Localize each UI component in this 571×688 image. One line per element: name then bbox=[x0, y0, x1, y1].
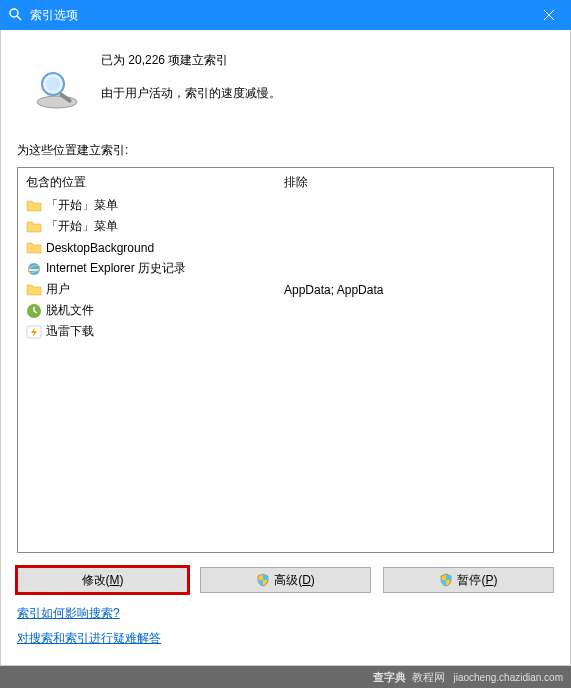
modify-button[interactable]: 修改(M) bbox=[17, 567, 188, 593]
watermark-text: 教程网 bbox=[412, 670, 445, 685]
ie-icon bbox=[26, 261, 42, 277]
list-item[interactable]: Internet Explorer 历史记录 bbox=[18, 258, 553, 279]
watermark-url: jiaocheng.chazidian.com bbox=[453, 672, 563, 683]
list-item[interactable]: 「开始」菜单 bbox=[18, 216, 553, 237]
info-section: 已为 20,226 项建立索引 由于用户活动，索引的速度减慢。 bbox=[17, 46, 554, 118]
locations-label: 为这些位置建立索引: bbox=[17, 142, 554, 159]
column-included: 包含的位置 bbox=[26, 174, 284, 191]
item-name: 脱机文件 bbox=[46, 302, 94, 319]
pause-label: 暂停(P) bbox=[457, 572, 497, 589]
folder-icon bbox=[26, 282, 42, 298]
item-excluded: AppData; AppData bbox=[284, 283, 545, 297]
window-title: 索引选项 bbox=[30, 7, 526, 24]
watermark: 查字典 教程网 jiaocheng.chazidian.com bbox=[0, 666, 571, 688]
thunder-icon bbox=[26, 324, 42, 340]
svg-point-6 bbox=[46, 77, 60, 91]
svg-line-1 bbox=[17, 16, 21, 20]
item-name: 用户 bbox=[46, 281, 70, 298]
modify-label: 修改(M) bbox=[82, 572, 124, 589]
watermark-logo: 查字典 bbox=[373, 670, 406, 685]
advanced-label: 高级(D) bbox=[274, 572, 315, 589]
shield-icon bbox=[256, 573, 270, 587]
close-icon bbox=[544, 10, 554, 20]
magnifier-icon bbox=[33, 66, 81, 114]
svg-point-8 bbox=[28, 263, 40, 275]
pause-button[interactable]: 暂停(P) bbox=[383, 567, 554, 593]
item-name: DesktopBackground bbox=[46, 241, 154, 255]
titlebar: 索引选项 bbox=[0, 0, 571, 30]
indexed-count: 已为 20,226 项建立索引 bbox=[101, 52, 554, 69]
item-name: 「开始」菜单 bbox=[46, 197, 118, 214]
link-troubleshoot[interactable]: 对搜索和索引进行疑难解答 bbox=[17, 630, 161, 647]
search-options-icon bbox=[8, 7, 24, 23]
folder-icon bbox=[26, 198, 42, 214]
advanced-button[interactable]: 高级(D) bbox=[200, 567, 371, 593]
close-button[interactable] bbox=[526, 0, 571, 30]
list-header: 包含的位置 排除 bbox=[18, 168, 553, 195]
shield-icon bbox=[439, 573, 453, 587]
help-links: 索引如何影响搜索? 对搜索和索引进行疑难解答 bbox=[17, 605, 554, 655]
list-item[interactable]: 脱机文件 bbox=[18, 300, 553, 321]
item-name: Internet Explorer 历史记录 bbox=[46, 260, 186, 277]
link-how-affects-search[interactable]: 索引如何影响搜索? bbox=[17, 605, 120, 622]
folder-icon bbox=[26, 240, 42, 256]
info-text: 已为 20,226 项建立索引 由于用户活动，索引的速度减慢。 bbox=[101, 46, 554, 118]
list-item[interactable]: 用户AppData; AppData bbox=[18, 279, 553, 300]
button-row: 修改(M) 高级(D) 暂停(P) bbox=[17, 567, 554, 593]
list-body[interactable]: 「开始」菜单「开始」菜单DesktopBackgroundInternet Ex… bbox=[18, 195, 553, 552]
locations-list: 包含的位置 排除 「开始」菜单「开始」菜单DesktopBackgroundIn… bbox=[17, 167, 554, 553]
folder-icon bbox=[26, 219, 42, 235]
column-excluded: 排除 bbox=[284, 174, 545, 191]
indexing-status: 由于用户活动，索引的速度减慢。 bbox=[101, 85, 554, 102]
offline-icon bbox=[26, 303, 42, 319]
list-item[interactable]: DesktopBackground bbox=[18, 237, 553, 258]
dialog-content: 已为 20,226 项建立索引 由于用户活动，索引的速度减慢。 为这些位置建立索… bbox=[0, 30, 571, 666]
item-name: 「开始」菜单 bbox=[46, 218, 118, 235]
svg-point-0 bbox=[10, 9, 18, 17]
list-item[interactable]: 「开始」菜单 bbox=[18, 195, 553, 216]
list-item[interactable]: 迅雷下载 bbox=[18, 321, 553, 342]
item-name: 迅雷下载 bbox=[46, 323, 94, 340]
